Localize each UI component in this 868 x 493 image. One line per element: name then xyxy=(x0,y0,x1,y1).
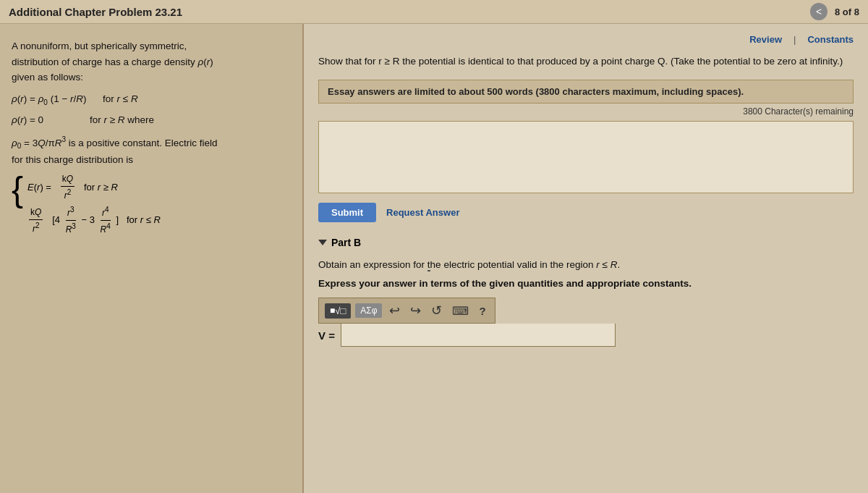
submit-button[interactable]: Submit xyxy=(318,203,376,222)
top-links: Review | Constants xyxy=(318,34,854,45)
part-a-statement: Show that for r ≥ R the potential is ide… xyxy=(318,54,854,69)
sqrt-icon: ■ xyxy=(330,306,335,316)
brace-icon: { xyxy=(12,172,23,207)
field-cases: E(r) = kQ r2 for r ≥ R kQ r2 [4 xyxy=(27,172,161,237)
v-label: V = xyxy=(318,329,335,342)
top-bar-right: < 8 of 8 xyxy=(810,3,859,20)
redo-button[interactable]: ↪ xyxy=(407,301,424,320)
v-input[interactable] xyxy=(341,324,616,347)
kQ-r2-fraction: kQ r2 xyxy=(61,172,75,203)
part-a-text: Show that for r ≥ R the potential is ide… xyxy=(318,56,843,67)
kQ-r2-inner: kQ r2 xyxy=(29,206,43,236)
undo-button[interactable]: ↩ xyxy=(386,301,403,320)
charge-density-section: ρ(r) = ρ0 (1 − r/R) for r ≤ R ρ(r) = 0 f… xyxy=(12,91,291,128)
electric-field-section: { E(r) = kQ r2 for r ≥ R kQ r2 xyxy=(12,172,291,237)
essay-textarea[interactable] xyxy=(318,121,854,193)
sigma-button[interactable]: AΣφ xyxy=(355,303,382,318)
part-b-label: Part B xyxy=(331,237,361,248)
top-bar: Additional Chapter Problem 23.21 < 8 of … xyxy=(0,0,868,24)
part-b-header[interactable]: Part B xyxy=(318,237,854,248)
rho-definition-line1: ρ(r) = ρ0 (1 − r/R) for r ≤ R xyxy=(12,91,291,109)
field-case-2: kQ r2 [4 r3 R3 − 3 r4 R4 ] for xyxy=(27,204,161,237)
review-link[interactable]: Review xyxy=(749,34,782,45)
prev-nav-button[interactable]: < xyxy=(810,3,827,20)
left-description: A nonuniform, but spherically symmetric,… xyxy=(12,38,291,85)
r4-R4: r4 R4 xyxy=(99,204,112,237)
request-answer-link[interactable]: Request Answer xyxy=(386,207,459,218)
char-remaining: 3800 Character(s) remaining xyxy=(318,106,854,117)
sqrt-label: √□ xyxy=(335,306,346,316)
field-case-1: E(r) = kQ r2 for r ≥ R xyxy=(27,172,161,203)
right-panel: Review | Constants Show that for r ≥ R t… xyxy=(304,24,868,493)
express-text: Express your answer in terms of the give… xyxy=(318,278,854,289)
sqrt-button[interactable]: ■ √□ xyxy=(325,303,351,319)
page-title: Additional Chapter Problem 23.21 xyxy=(9,6,182,18)
main-container: A nonuniform, but spherically symmetric,… xyxy=(0,24,868,493)
left-panel: A nonuniform, but spherically symmetric,… xyxy=(0,24,304,493)
equation-toolbar: ■ √□ AΣφ ↩ ↪ ↺ ⌨ ? xyxy=(318,298,495,324)
keyboard-button[interactable]: ⌨ xyxy=(449,303,472,319)
link-separator: | xyxy=(793,34,796,45)
refresh-button[interactable]: ↺ xyxy=(428,301,445,320)
keyboard-icon: ⌨ xyxy=(452,305,469,317)
collapse-icon xyxy=(318,240,327,245)
constants-link[interactable]: Constants xyxy=(807,34,854,45)
part-b-text: Obtain an expression for the electric po… xyxy=(318,257,854,273)
rho-definition-line2: ρ(r) = 0 for r ≥ R where xyxy=(12,112,291,128)
essay-notice: Essay answers are limited to about 500 w… xyxy=(318,80,854,104)
r3-R3: r3 R3 xyxy=(64,204,77,237)
page-count: 8 of 8 xyxy=(835,7,859,17)
v-input-row: V = xyxy=(318,324,854,347)
help-button[interactable]: ? xyxy=(476,303,488,319)
submit-row: Submit Request Answer xyxy=(318,203,854,222)
po-description: ρ0 = 3Q/πR3 is a positive constant. Elec… xyxy=(12,134,291,168)
